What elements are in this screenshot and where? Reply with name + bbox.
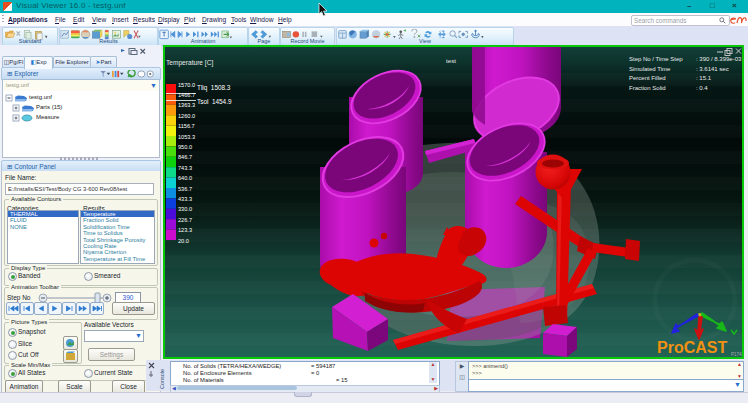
svg-text:P1742: P1742 xyxy=(731,352,742,357)
svg-text:123.3: 123.3 xyxy=(178,227,192,233)
svg-text:846.7: 846.7 xyxy=(178,154,192,160)
svg-text:Tliq 1508.3: Tliq 1508.3 xyxy=(197,84,231,92)
svg-text:743.3: 743.3 xyxy=(178,165,192,171)
svg-text:Fraction Solid: Fraction Solid xyxy=(629,85,666,91)
svg-text:Step No / Time Step: Step No / Time Step xyxy=(629,56,683,62)
svg-text:433.3: 433.3 xyxy=(178,196,192,202)
svg-text:: 3.6141 sec: : 3.6141 sec xyxy=(696,66,729,72)
svg-text:640.0: 640.0 xyxy=(178,175,192,181)
svg-text:Tsol 1454.9: Tsol 1454.9 xyxy=(197,98,232,105)
svg-text:1053.3: 1053.3 xyxy=(178,134,195,140)
svg-text:536.7: 536.7 xyxy=(178,186,192,192)
svg-text:330.0: 330.0 xyxy=(178,206,192,212)
svg-text:226.7: 226.7 xyxy=(178,217,192,223)
svg-text:: 15.1: : 15.1 xyxy=(696,75,712,81)
svg-text:test: test xyxy=(446,57,456,64)
svg-text:1156.7: 1156.7 xyxy=(178,123,195,129)
svg-text:20.0: 20.0 xyxy=(178,238,189,244)
svg-text:1363.3: 1363.3 xyxy=(178,102,195,108)
svg-text:: 390 / 8.399e-03: : 390 / 8.399e-03 xyxy=(696,56,742,62)
svg-text:Temperature [C]: Temperature [C] xyxy=(166,59,213,67)
svg-text:ProCAST: ProCAST xyxy=(657,339,727,356)
svg-text:: 0.4: : 0.4 xyxy=(696,85,708,91)
svg-text:950.0: 950.0 xyxy=(178,144,192,150)
svg-text:1260.0: 1260.0 xyxy=(178,113,195,119)
svg-text:Percent Filled: Percent Filled xyxy=(629,75,666,81)
svg-text:1466.7: 1466.7 xyxy=(178,92,195,98)
svg-text:1570.0: 1570.0 xyxy=(178,82,195,88)
svg-text:Simulated Time: Simulated Time xyxy=(629,66,671,72)
